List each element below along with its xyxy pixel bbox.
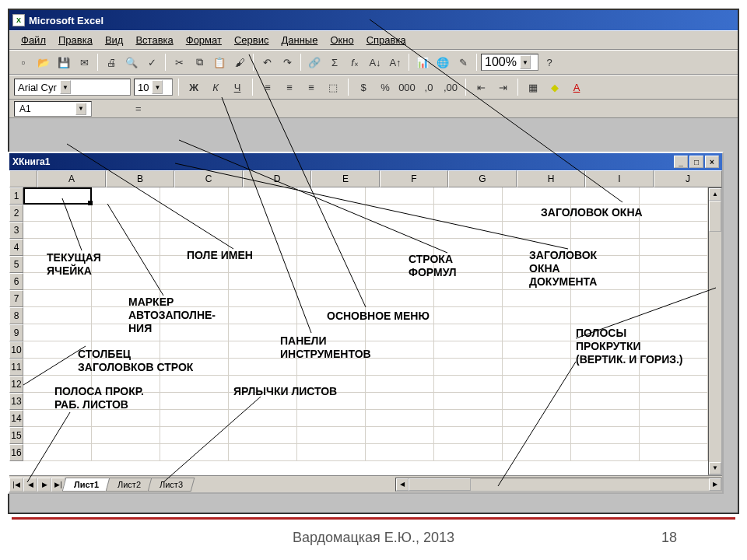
name-box[interactable]: A1 ▼	[14, 101, 92, 117]
cell[interactable]	[366, 222, 434, 239]
percent-icon[interactable]: %	[376, 78, 395, 96]
undo-icon[interactable]: ↶	[258, 53, 276, 72]
preview-icon[interactable]: 🔍	[122, 53, 141, 72]
cell[interactable]	[434, 256, 503, 273]
cell[interactable]	[229, 187, 297, 205]
fillcolor-icon[interactable]: ◆	[545, 78, 564, 96]
cell[interactable]	[92, 307, 160, 324]
cell[interactable]	[160, 341, 229, 359]
fontcolor-icon[interactable]: A	[567, 78, 586, 96]
cell[interactable]	[297, 427, 366, 444]
menu-format[interactable]: Формат	[181, 33, 227, 47]
cell[interactable]	[229, 444, 297, 461]
col-C[interactable]: C	[174, 170, 243, 187]
cell[interactable]	[160, 239, 229, 256]
col-B[interactable]: B	[106, 170, 174, 187]
chart-icon[interactable]: 📊	[413, 53, 432, 72]
cell[interactable]	[366, 256, 434, 273]
cell[interactable]	[23, 410, 92, 427]
cell[interactable]	[503, 239, 571, 256]
cell[interactable]	[503, 341, 571, 359]
cell[interactable]	[640, 376, 708, 393]
scroll-left-icon[interactable]: ◀	[396, 478, 409, 491]
cell[interactable]	[23, 393, 92, 410]
cell[interactable]	[92, 324, 160, 341]
cell[interactable]	[434, 341, 503, 359]
cell[interactable]	[229, 376, 297, 393]
cell[interactable]	[229, 222, 297, 239]
cell[interactable]	[92, 273, 160, 290]
link-icon[interactable]: 🔗	[305, 53, 324, 72]
bold-button[interactable]: Ж	[184, 78, 203, 96]
cell[interactable]	[160, 187, 229, 205]
row-header[interactable]: 1	[9, 187, 23, 205]
cell[interactable]	[503, 187, 571, 205]
cell[interactable]	[297, 393, 366, 410]
cell[interactable]	[503, 393, 571, 410]
cell[interactable]	[366, 239, 434, 256]
cell[interactable]	[160, 256, 229, 273]
cell[interactable]	[23, 290, 92, 307]
cell[interactable]	[297, 222, 366, 239]
cell[interactable]	[297, 273, 366, 290]
mail-icon[interactable]: ✉	[75, 53, 93, 72]
cell[interactable]	[366, 205, 434, 222]
cell[interactable]	[434, 205, 503, 222]
cell[interactable]	[229, 427, 297, 444]
cell[interactable]	[297, 341, 366, 359]
col-H[interactable]: H	[517, 170, 585, 187]
sum-icon[interactable]: Σ	[325, 53, 344, 72]
cell[interactable]	[92, 393, 160, 410]
map-icon[interactable]: 🌐	[433, 53, 452, 72]
cell[interactable]	[434, 324, 503, 341]
cell[interactable]	[229, 359, 297, 376]
horizontal-scrollbar[interactable]: ◀ ▶	[395, 478, 722, 492]
menu-file[interactable]: Файл	[16, 33, 51, 47]
inc-decimal-icon[interactable]: ,0	[419, 78, 438, 96]
cell[interactable]	[160, 410, 229, 427]
cell[interactable]	[571, 324, 640, 341]
cell[interactable]	[571, 359, 640, 376]
cell[interactable]	[297, 444, 366, 461]
align-center-icon[interactable]: ≡	[280, 78, 299, 96]
cell[interactable]	[571, 427, 640, 444]
cell[interactable]	[434, 187, 503, 205]
menu-help[interactable]: Справка	[361, 33, 412, 47]
cell[interactable]	[640, 444, 708, 461]
font-combo[interactable]: Arial Cyr ▼	[14, 79, 131, 96]
cell[interactable]	[297, 376, 366, 393]
cell[interactable]	[640, 410, 708, 427]
cell[interactable]	[92, 290, 160, 307]
cell[interactable]	[160, 222, 229, 239]
cell[interactable]	[92, 256, 160, 273]
row-header[interactable]: 9	[9, 324, 23, 341]
cell[interactable]	[366, 273, 434, 290]
cell[interactable]	[571, 341, 640, 359]
cell[interactable]	[571, 256, 640, 273]
cell[interactable]	[640, 393, 708, 410]
col-J[interactable]: J	[654, 170, 722, 187]
cell[interactable]	[434, 222, 503, 239]
currency-icon[interactable]: $	[354, 78, 373, 96]
cell[interactable]	[366, 359, 434, 376]
cell[interactable]	[434, 427, 503, 444]
cell[interactable]	[366, 393, 434, 410]
sheet-tab-2[interactable]: Лист2	[106, 478, 153, 492]
cell[interactable]	[571, 290, 640, 307]
col-E[interactable]: E	[311, 170, 380, 187]
minimize-button[interactable]: _	[674, 156, 688, 168]
cell[interactable]	[92, 341, 160, 359]
row-header[interactable]: 4	[9, 239, 23, 256]
borders-icon[interactable]: ▦	[524, 78, 542, 96]
cell[interactable]	[92, 427, 160, 444]
cell[interactable]	[229, 205, 297, 222]
chevron-down-icon[interactable]: ▼	[152, 80, 163, 94]
grid[interactable]: 12345678910111213141516	[9, 187, 708, 475]
scroll-down-icon[interactable]: ▼	[709, 462, 721, 474]
sort-asc-icon[interactable]: A↓	[366, 53, 384, 72]
cell[interactable]	[92, 205, 160, 222]
drawing-icon[interactable]: ✎	[454, 53, 472, 72]
cell[interactable]	[640, 187, 708, 205]
cell[interactable]	[640, 290, 708, 307]
scroll-up-icon[interactable]: ▲	[709, 188, 721, 201]
